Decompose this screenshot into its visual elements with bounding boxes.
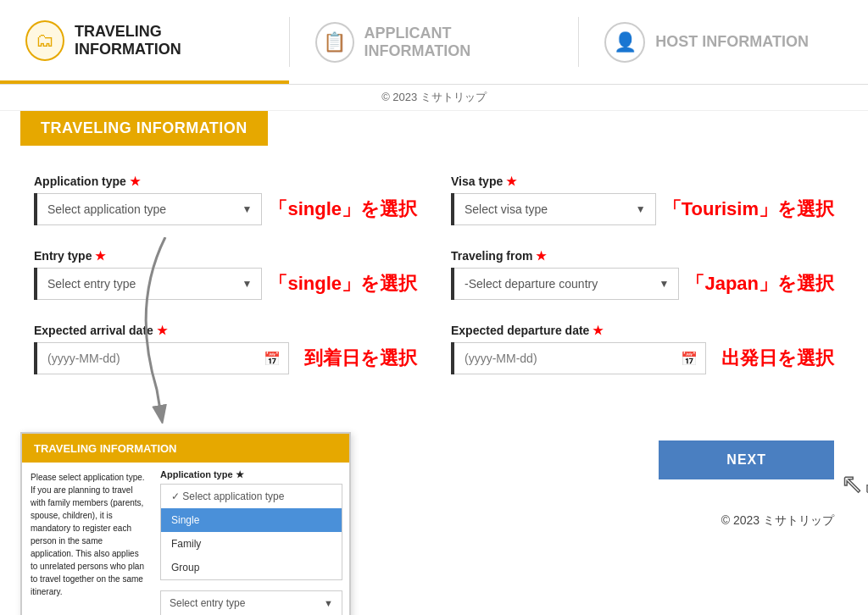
departure-calendar-icon[interactable]: 📅: [681, 351, 698, 367]
form-group-visa-type: Visa type ★ Select visa type Tourism Bus…: [451, 175, 834, 225]
popup-menu-item-single[interactable]: Single: [161, 508, 342, 532]
cursor-arrow-icon: ↙: [841, 468, 868, 498]
copyright-top: © 2023 ミサトリップ: [0, 85, 868, 111]
popup-entry-select-wrapper[interactable]: Select entry type ▼: [160, 590, 342, 615]
form-group-traveling-from: Traveling from ★ -Select departure count…: [451, 249, 834, 300]
popup-box: TRAVELING INFORMATION Please select appl…: [20, 432, 351, 615]
popup-dropdown-area: Application type ★ ✓ Select application …: [153, 463, 349, 615]
arrival-date-label: Expected arrival date ★: [34, 324, 417, 337]
visa-type-annotation: 「Tourisim」を選択: [663, 197, 834, 222]
visa-type-select-wrapper: Select visa type Tourism Business ▼: [451, 193, 656, 225]
required-star-5: ★: [157, 324, 168, 337]
nav-label-applicant: APPLICANT INFORMATION: [364, 25, 554, 60]
traveling-icon: 🗂: [25, 20, 64, 61]
required-star-2: ★: [506, 175, 517, 188]
visa-type-label: Visa type ★: [451, 175, 834, 188]
traveling-from-label: Traveling from ★: [451, 249, 834, 263]
form-group-application-type: Application type ★ Select application ty…: [34, 175, 417, 225]
form-row-3: Expected arrival date ★ 📅 到着日を選択 Expecte…: [34, 324, 834, 374]
copyright-bottom: © 2023 ミサトリップ: [721, 513, 834, 529]
popup-entry-select-arrow-icon: ▼: [324, 598, 333, 608]
application-type-annotation: 「single」を選択: [269, 197, 417, 222]
arrival-date-input[interactable]: [37, 342, 289, 374]
form-group-arrival-date: Expected arrival date ★ 📅 到着日を選択: [34, 324, 417, 374]
entry-type-select[interactable]: Select entry type Single Multiple: [37, 268, 262, 300]
form-group-entry-type: Entry type ★ Select entry type Single Mu…: [34, 249, 417, 300]
nav-label-host: HOST INFORMATION: [655, 33, 809, 51]
departure-date-input[interactable]: [454, 342, 706, 374]
popup-dropdown-menu: ✓ Select application type Single Family …: [160, 484, 342, 580]
form-area: Application type ★ Select application ty…: [0, 166, 868, 407]
application-type-select-wrapper: Select application type Single Family Gr…: [34, 193, 262, 225]
popup-header: TRAVELING INFORMATION: [22, 434, 349, 463]
departure-date-annotation: 出発日を選択: [721, 346, 834, 371]
traveling-from-select-wrapper: -Select departure country Japan USA ▼: [451, 268, 679, 300]
required-star-3: ★: [95, 249, 106, 263]
popup-menu-item-family[interactable]: Family: [161, 532, 342, 556]
nav-item-applicant[interactable]: 📋 APPLICANT INFORMATION: [290, 0, 579, 84]
required-star-1: ★: [130, 175, 141, 188]
applicant-icon: 📋: [315, 22, 354, 63]
popup-dropdown-label: Application type ★: [160, 469, 342, 480]
arrival-date-input-wrapper: 📅: [34, 342, 289, 374]
form-row-1: Application type ★ Select application ty…: [34, 175, 834, 225]
entry-type-label: Entry type ★: [34, 249, 417, 263]
popup-entry-select-text: Select entry type: [170, 597, 324, 609]
traveling-from-select[interactable]: -Select departure country Japan USA: [454, 268, 679, 300]
popup-menu-item-check[interactable]: ✓ Select application type: [161, 485, 342, 508]
popup-body: Please select application type. If you a…: [22, 463, 349, 615]
required-star-6: ★: [593, 324, 604, 337]
next-button[interactable]: NEXT: [659, 440, 834, 479]
host-icon: 👤: [604, 22, 645, 63]
section-header-text: TRAVELING INFORMATION: [41, 119, 248, 136]
nav-item-traveling[interactable]: 🗂 TRAVELING INFORMATION: [0, 0, 289, 84]
traveling-from-annotation: 「Japan」を選択: [686, 271, 834, 296]
arrival-date-annotation: 到着日を選択: [304, 346, 417, 371]
application-type-select[interactable]: Select application type Single Family Gr…: [37, 193, 262, 225]
popup-sidebar-text: Please select application type. If you a…: [22, 463, 153, 615]
form-row-2: Entry type ★ Select entry type Single Mu…: [34, 249, 834, 300]
nav-item-host[interactable]: 👤 HOST INFORMATION: [579, 0, 868, 84]
nav-label-traveling: TRAVELING INFORMATION: [75, 23, 264, 58]
entry-type-select-wrapper: Select entry type Single Multiple ▼: [34, 268, 262, 300]
form-group-departure-date: Expected departure date ★ 📅 出発日を選択: [451, 324, 834, 374]
application-type-label: Application type ★: [34, 175, 417, 188]
visa-type-select[interactable]: Select visa type Tourism Business: [454, 193, 656, 225]
next-button-container: NEXT ↙: [659, 440, 834, 479]
departure-date-input-wrapper: 📅: [451, 342, 706, 374]
popup-header-text: TRAVELING INFORMATION: [34, 442, 177, 455]
top-navigation: 🗂 TRAVELING INFORMATION 📋 APPLICANT INFO…: [0, 0, 868, 85]
popup-menu-item-group[interactable]: Group: [161, 556, 342, 579]
entry-type-annotation: 「single」を選択: [269, 271, 417, 296]
required-star-4: ★: [536, 249, 547, 263]
arrival-calendar-icon[interactable]: 📅: [264, 351, 281, 367]
departure-date-label: Expected departure date ★: [451, 324, 834, 337]
main-content: TRAVELING INFORMATION Application type ★…: [0, 111, 868, 432]
section-header: TRAVELING INFORMATION: [20, 111, 268, 146]
